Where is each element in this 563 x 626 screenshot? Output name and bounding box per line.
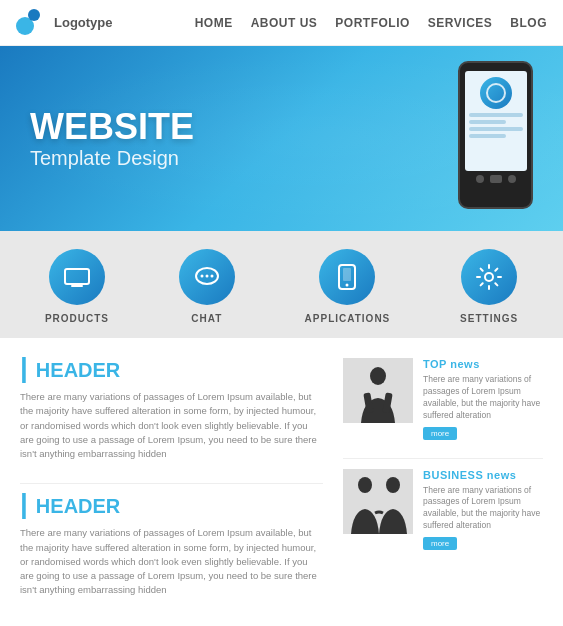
phone-body bbox=[458, 61, 533, 209]
section2-header: | HEADER bbox=[20, 494, 323, 518]
logo: Logotype bbox=[16, 9, 113, 37]
svg-point-14 bbox=[358, 477, 372, 493]
logo-circle-small bbox=[28, 9, 40, 21]
section2-text: There are many variations of passages of… bbox=[20, 526, 323, 597]
section1-header: | HEADER bbox=[20, 358, 323, 382]
phone-line-4 bbox=[469, 134, 507, 138]
top-news-more-button[interactable]: more bbox=[423, 427, 457, 440]
feature-applications[interactable]: APPLICATIONS bbox=[305, 249, 391, 324]
top-news-item: TOP news There are many variations of pa… bbox=[343, 358, 543, 440]
top-news-title: TOP news bbox=[423, 358, 543, 370]
phone-btn-menu bbox=[508, 175, 516, 183]
svg-point-2 bbox=[200, 275, 203, 278]
svg-point-3 bbox=[205, 275, 208, 278]
nav-about[interactable]: ABOUT US bbox=[251, 16, 318, 30]
products-label: PRODUCTS bbox=[45, 313, 109, 324]
applications-label: APPLICATIONS bbox=[305, 313, 391, 324]
nav-portfolio[interactable]: PORTFOLIO bbox=[335, 16, 410, 30]
business-news-text: There are many variations of passages of… bbox=[423, 485, 543, 533]
phone-line-2 bbox=[469, 120, 507, 124]
content-area: | HEADER There are many variations of pa… bbox=[0, 338, 563, 626]
top-news-text: There are many variations of passages of… bbox=[423, 374, 543, 422]
phone-content bbox=[469, 113, 523, 141]
nav-blog[interactable]: BLOG bbox=[510, 16, 547, 30]
phone-screen bbox=[465, 71, 527, 171]
phone-line-1 bbox=[469, 113, 523, 117]
phone-buttons bbox=[476, 175, 516, 183]
nav-services[interactable]: SERVICES bbox=[428, 16, 492, 30]
phone-globe-icon bbox=[480, 77, 512, 109]
svg-rect-7 bbox=[343, 268, 351, 281]
hero-subtitle: Template Design bbox=[30, 147, 194, 170]
products-icon bbox=[49, 249, 105, 305]
section-divider bbox=[20, 483, 323, 484]
hero-phone bbox=[458, 61, 533, 209]
section1-title: HEADER bbox=[36, 358, 120, 382]
feature-chat[interactable]: CHAT bbox=[179, 249, 235, 324]
svg-point-6 bbox=[346, 284, 349, 287]
phone-btn-home bbox=[490, 175, 502, 183]
business-news-image bbox=[343, 469, 413, 534]
business-news-item: BUSINESS news There are many variations … bbox=[343, 469, 543, 551]
section2-title: HEADER bbox=[36, 494, 120, 518]
chat-label: CHAT bbox=[191, 313, 222, 324]
content-right: TOP news There are many variations of pa… bbox=[343, 358, 543, 620]
phone-line-3 bbox=[469, 127, 523, 131]
applications-icon bbox=[319, 249, 375, 305]
content-left: | HEADER There are many variations of pa… bbox=[20, 358, 323, 620]
nav-links: HOME ABOUT US PORTFOLIO SERVICES BLOG bbox=[195, 16, 547, 30]
svg-point-8 bbox=[485, 273, 493, 281]
hero-title: WEBSITE bbox=[30, 107, 194, 147]
navbar: Logotype HOME ABOUT US PORTFOLIO SERVICE… bbox=[0, 0, 563, 46]
globe-lines bbox=[486, 83, 506, 103]
settings-icon bbox=[461, 249, 517, 305]
content-section-2: | HEADER There are many variations of pa… bbox=[20, 494, 323, 597]
hero-section: WEBSITE Template Design bbox=[0, 46, 563, 231]
svg-rect-0 bbox=[65, 269, 89, 284]
top-news-image bbox=[343, 358, 413, 423]
logo-icon bbox=[16, 9, 46, 37]
settings-label: SETTINGS bbox=[460, 313, 518, 324]
section1-marker: | bbox=[20, 354, 28, 382]
content-section-1: | HEADER There are many variations of pa… bbox=[20, 358, 323, 461]
section2-marker: | bbox=[20, 490, 28, 518]
business-news-content: BUSINESS news There are many variations … bbox=[423, 469, 543, 551]
svg-point-15 bbox=[386, 477, 400, 493]
feature-products[interactable]: PRODUCTS bbox=[45, 249, 109, 324]
svg-point-4 bbox=[210, 275, 213, 278]
phone-btn-back bbox=[476, 175, 484, 183]
svg-point-10 bbox=[370, 367, 386, 385]
news-divider bbox=[343, 458, 543, 459]
nav-home[interactable]: HOME bbox=[195, 16, 233, 30]
features-bar: PRODUCTS CHAT APPLICATIONS SETTINGS bbox=[0, 231, 563, 338]
top-news-content: TOP news There are many variations of pa… bbox=[423, 358, 543, 440]
feature-settings[interactable]: SETTINGS bbox=[460, 249, 518, 324]
business-news-more-button[interactable]: more bbox=[423, 537, 457, 550]
business-news-title: BUSINESS news bbox=[423, 469, 543, 481]
hero-text: WEBSITE Template Design bbox=[30, 107, 194, 170]
section1-text: There are many variations of passages of… bbox=[20, 390, 323, 461]
logo-text: Logotype bbox=[54, 15, 113, 30]
chat-icon bbox=[179, 249, 235, 305]
